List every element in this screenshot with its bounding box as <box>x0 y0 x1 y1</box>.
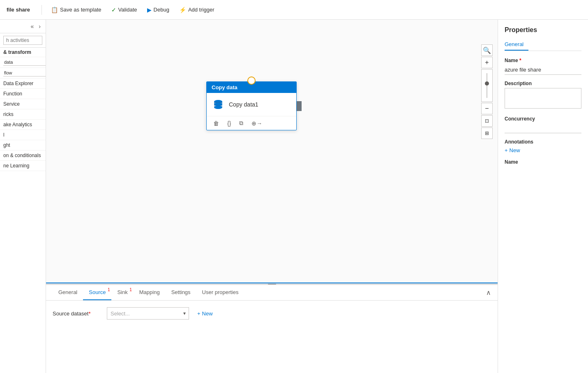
props-name-label-text: Name <box>505 58 518 63</box>
sidebar-item-data-explorer[interactable]: Data Explorer <box>0 79 46 89</box>
connector-top[interactable] <box>247 76 256 85</box>
source-dataset-label-text: Source dataset <box>53 310 88 317</box>
connector-right[interactable] <box>297 101 302 111</box>
source-dataset-row: Source dataset* Select... ▾ + New <box>53 307 216 320</box>
sidebar: « › & transform ▼ ▼ Data Explorer Functi… <box>0 20 46 373</box>
props-concurrency-label: Concurrency <box>505 116 581 122</box>
code-icon: {} <box>227 120 231 127</box>
sidebar-item-lake-analytics[interactable]: ake Analytics <box>0 120 46 130</box>
zoom-out-btn[interactable]: − <box>481 103 493 114</box>
props-description-field: Description <box>505 81 581 110</box>
sidebar-input-flow: ▼ <box>0 68 46 79</box>
props-annotations: Annotations + New <box>505 139 581 153</box>
sidebar-input-data: ▼ <box>0 57 46 68</box>
source-dataset-select-wrap: Select... ▾ <box>107 307 189 320</box>
sidebar-item-l[interactable]: l <box>0 130 46 140</box>
validate-button[interactable]: ✓ Validate <box>107 4 141 16</box>
tab-user-properties-label: User properties <box>202 289 239 295</box>
sidebar-item-ricks[interactable]: ricks <box>0 109 46 120</box>
tab-user-properties[interactable]: User properties <box>196 285 244 300</box>
search-input[interactable] <box>3 36 42 45</box>
activity-db-icon <box>212 98 225 111</box>
sidebar-item-machine-learning[interactable]: ne Learning <box>0 161 46 171</box>
activity-card-body: Copy data1 <box>207 93 296 116</box>
svg-point-3 <box>214 106 222 109</box>
sidebar-item-service[interactable]: Service <box>0 99 46 109</box>
zoom-track-bar <box>487 73 487 98</box>
tab-sink-label: Sink <box>117 289 127 295</box>
bottom-panel-header: General Source 1 Sink 1 Mapping Settings <box>46 285 498 301</box>
props-name-input[interactable] <box>505 65 581 75</box>
activity-copy-btn[interactable]: ⧉ <box>238 119 245 127</box>
zoom-out-icon: − <box>485 105 489 112</box>
activity-card: Copy data <box>206 81 297 130</box>
props-tab-general[interactable]: General <box>505 39 528 51</box>
layout-btn[interactable]: ⊞ <box>481 127 493 139</box>
sidebar-item-ght[interactable]: ght <box>0 140 46 151</box>
sidebar-search-area <box>0 33 46 48</box>
new-dataset-label: New <box>202 310 213 317</box>
canvas: 🔍 + − ⊡ ⊞ <box>46 20 498 283</box>
activity-connect-btn[interactable]: ⊕→ <box>250 119 264 127</box>
activity-code-btn[interactable]: {} <box>226 119 233 127</box>
zoom-track <box>481 69 493 102</box>
save-template-icon: 📋 <box>51 7 58 13</box>
add-trigger-button[interactable]: ⚡ Add trigger <box>175 4 219 16</box>
props-description-textarea[interactable] <box>505 88 581 109</box>
sidebar-header: « › <box>0 20 46 33</box>
fit-btn[interactable]: ⊡ <box>481 115 493 127</box>
bottom-panel-collapse-btn[interactable]: ∧ <box>486 289 491 297</box>
activity-card-actions: 🗑 {} ⧉ ⊕→ <box>207 116 296 130</box>
collapse-up-icon: ∧ <box>486 289 491 296</box>
properties-title: Properties <box>505 26 581 34</box>
source-dataset-select[interactable]: Select... <box>107 307 189 320</box>
delete-icon: 🗑 <box>213 120 219 127</box>
zoom-thumb[interactable] <box>485 81 489 86</box>
pipeline-title: file share <box>7 7 30 13</box>
new-dataset-button[interactable]: + New <box>194 309 216 318</box>
props-concurrency-field: Concurrency <box>505 116 581 133</box>
sidebar-section-transform: & transform <box>0 48 46 57</box>
tab-general[interactable]: General <box>53 285 83 300</box>
tab-mapping-label: Mapping <box>139 289 160 295</box>
sidebar-toggle-btn[interactable]: › <box>37 22 42 30</box>
toolbar: file share 📋 Save as template ✓ Validate… <box>0 0 588 20</box>
tab-sink[interactable]: Sink 1 <box>111 285 133 300</box>
sidebar-item-conditionals[interactable]: on & conditionals <box>0 151 46 161</box>
sidebar-data-input[interactable] <box>3 59 46 66</box>
props-add-annotation-label: New <box>510 147 520 153</box>
properties-panel: Properties General Name * Description Co… <box>498 20 588 373</box>
props-name-label: Name * <box>505 58 581 63</box>
debug-label: Debug <box>154 7 169 13</box>
resize-handle-dot <box>268 284 276 285</box>
collapse-icon: « <box>31 23 34 30</box>
toolbar-divider <box>42 5 42 15</box>
bottom-panel-body: Source dataset* Select... ▾ + New <box>46 301 498 373</box>
tab-mapping[interactable]: Mapping <box>134 285 166 300</box>
tab-source[interactable]: Source 1 <box>83 285 111 300</box>
props-name-required: * <box>519 58 521 63</box>
main-area: « › & transform ▼ ▼ Data Explorer Functi… <box>0 20 588 373</box>
sidebar-item-function[interactable]: Function <box>0 89 46 99</box>
sidebar-flow-input[interactable] <box>3 70 46 76</box>
validate-icon: ✓ <box>111 7 116 13</box>
props-concurrency-input[interactable] <box>505 123 581 133</box>
center-area: 🔍 + − ⊡ ⊞ <box>46 20 498 373</box>
toggle-icon: › <box>39 23 41 30</box>
save-template-button[interactable]: 📋 Save as template <box>47 4 105 16</box>
connect-icon: ⊕→ <box>251 120 262 127</box>
props-name-field: Name * <box>505 58 581 75</box>
zoom-in-btn[interactable]: + <box>481 57 493 68</box>
props-add-annotation-btn[interactable]: + New <box>505 147 520 153</box>
sidebar-collapse-btn[interactable]: « <box>29 22 36 30</box>
props-annotations-header: Annotations <box>505 139 581 145</box>
search-icon: 🔍 <box>483 46 491 54</box>
activity-name: Copy data1 <box>229 101 258 108</box>
debug-icon: ▶ <box>147 7 152 13</box>
tab-settings[interactable]: Settings <box>166 285 196 300</box>
activity-delete-btn[interactable]: 🗑 <box>212 119 221 127</box>
debug-button[interactable]: ▶ Debug <box>143 4 173 16</box>
trigger-icon: ⚡ <box>179 7 186 13</box>
search-zoom-btn[interactable]: 🔍 <box>481 44 493 56</box>
zoom-controls: 🔍 + − ⊡ ⊞ <box>481 44 493 139</box>
